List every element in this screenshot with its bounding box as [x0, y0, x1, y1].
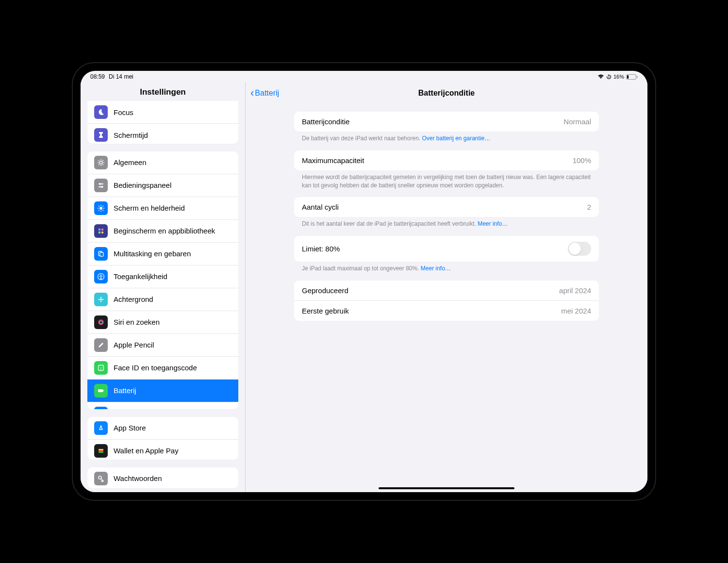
grid-icon	[94, 224, 108, 238]
sidebar-item-label: Achtergrond	[114, 295, 153, 303]
more-info-cycles-link[interactable]: Meer info…	[478, 220, 508, 227]
home-indicator[interactable]	[379, 487, 514, 489]
wifi-icon	[597, 74, 604, 79]
row-first-use: Eerste gebruik mei 2024	[294, 300, 599, 321]
sidebar-item-label: Bedieningspaneel	[114, 181, 171, 189]
svg-point-7	[99, 183, 101, 185]
sidebar-item-label: Beginscherm en appbibliotheek	[114, 227, 215, 235]
svg-point-24	[99, 321, 102, 324]
sidebar-item-label: Focus	[114, 108, 133, 116]
group-limit: Limiet: 80%	[294, 236, 599, 262]
sidebar-item-toegankelijkheid[interactable]: Toegankelijkheid	[87, 265, 238, 288]
sidebar-item-schermtijd[interactable]: Schermtijd	[87, 123, 238, 144]
status-date: Di 14 mei	[109, 73, 133, 80]
sidebar-item-multitasking[interactable]: Multitasking en gebaren	[87, 242, 238, 265]
svg-point-26	[99, 367, 100, 368]
row-value: april 2024	[559, 286, 591, 295]
wallet-icon	[94, 444, 108, 458]
svg-point-4	[99, 161, 102, 164]
sidebar-item-wachtwoorden[interactable]: Wachtwoorden	[87, 467, 238, 488]
sidebar-item-label: Schermtijd	[114, 131, 148, 139]
svg-rect-11	[101, 229, 103, 231]
sidebar-item-focus[interactable]: Focus	[87, 101, 238, 123]
svg-rect-25	[99, 365, 104, 370]
sidebar-item-label: Wallet en Apple Pay	[114, 447, 179, 455]
sidebar-item-privacy[interactable]: Privacy en beveiliging	[87, 402, 238, 409]
chevron-left-icon: ‹	[250, 87, 254, 99]
svg-rect-3	[637, 76, 638, 78]
footer-capacity: Hiermee wordt de batterijcapaciteit geme…	[302, 173, 591, 190]
hand-icon	[94, 407, 108, 409]
sidebar-item-apple-pencil[interactable]: Apple Pencil	[87, 333, 238, 356]
svg-rect-15	[100, 252, 103, 256]
back-button[interactable]: ‹ Batterij	[250, 87, 279, 99]
sidebar-item-siri[interactable]: Siri en zoeken	[87, 311, 238, 333]
svg-point-19	[100, 297, 102, 298]
sidebar-item-label: Apple Pencil	[114, 341, 154, 349]
sidebar-item-achtergrond[interactable]: Achtergrond	[87, 288, 238, 311]
group-dates: Geproduceerd april 2024 Eerste gebruik m…	[294, 281, 599, 321]
sidebar-item-wallet[interactable]: Wallet en Apple Pay	[87, 439, 238, 460]
svg-point-17	[100, 274, 102, 276]
appstore-icon	[94, 421, 108, 435]
rotation-lock-icon	[606, 74, 612, 80]
svg-point-18	[100, 298, 102, 300]
sidebar-item-label: Wachtwoorden	[114, 474, 162, 482]
group-condition: Batterijconditie Normaal	[294, 112, 599, 132]
moon-icon	[94, 105, 108, 119]
row-value: 100%	[573, 156, 591, 165]
sidebar: Instellingen Focus Schermtijd	[81, 83, 246, 492]
sidebar-item-batterij[interactable]: Batterij	[87, 379, 238, 402]
row-label: Eerste gebruik	[302, 307, 349, 315]
more-info-limit-link[interactable]: Meer info…	[421, 265, 451, 272]
sidebar-item-label: Algemeen	[114, 158, 147, 166]
row-value: Normaal	[563, 117, 591, 126]
sidebar-item-algemeen[interactable]: Algemeen	[87, 151, 238, 174]
sidebar-title: Instellingen	[81, 83, 245, 101]
main-header: ‹ Batterij Batterijconditie	[246, 83, 647, 104]
face-icon	[94, 361, 108, 375]
ipad-frame: 08:59 Di 14 mei 16% Instellingen	[73, 63, 655, 500]
row-produced: Geproduceerd april 2024	[294, 281, 599, 300]
status-time: 08:59	[90, 73, 105, 80]
gear-icon	[94, 156, 108, 169]
sidebar-group-passwords: Wachtwoorden	[87, 467, 238, 488]
svg-point-22	[102, 298, 104, 300]
group-capacity: Maximumcapaciteit 100%	[294, 150, 599, 170]
page-title: Batterijconditie	[418, 89, 475, 98]
row-cycles[interactable]: Aantal cycli 2	[294, 197, 599, 217]
sidebar-item-label: Multitasking en gebaren	[114, 249, 191, 258]
svg-rect-2	[627, 75, 629, 79]
limit-toggle[interactable]	[568, 242, 591, 256]
row-label: Maximumcapaciteit	[302, 156, 364, 165]
sidebar-item-label: Scherm en helderheid	[114, 204, 185, 212]
battery-icon	[94, 384, 108, 397]
footer-limit: Je iPad laadt maximaal op tot ongeveer 8…	[302, 265, 591, 273]
about-warranty-link[interactable]: Over batterij en garantie…	[422, 135, 490, 142]
sidebar-item-label: Siri en zoeken	[114, 318, 160, 326]
screen: 08:59 Di 14 mei 16% Instellingen	[81, 71, 647, 492]
svg-rect-0	[609, 76, 610, 78]
sliders-icon	[94, 179, 108, 192]
sidebar-item-label: Toegankelijkheid	[114, 272, 167, 281]
pencil-icon	[94, 338, 108, 352]
sun-icon	[94, 201, 108, 215]
svg-rect-31	[99, 450, 103, 452]
sidebar-item-scherm-helderheid[interactable]: Scherm en helderheid	[87, 197, 238, 219]
row-label: Batterijconditie	[302, 117, 349, 126]
svg-point-9	[99, 207, 102, 210]
row-value: 2	[587, 203, 591, 211]
sidebar-item-label: Batterij	[114, 386, 136, 395]
group-cycles: Aantal cycli 2	[294, 197, 599, 217]
sidebar-item-app-store[interactable]: App Store	[87, 417, 238, 439]
sidebar-item-bedieningspaneel[interactable]: Bedieningspaneel	[87, 174, 238, 197]
footer-condition: De batterij van deze iPad werkt naar beh…	[302, 134, 591, 143]
row-condition[interactable]: Batterijconditie Normaal	[294, 112, 599, 132]
battery-percent: 16%	[613, 74, 624, 80]
battery-icon	[626, 74, 638, 80]
row-capacity[interactable]: Maximumcapaciteit 100%	[294, 150, 599, 170]
sidebar-item-beginscherm[interactable]: Beginscherm en appbibliotheek	[87, 219, 238, 242]
hourglass-icon	[94, 128, 108, 142]
svg-rect-13	[101, 232, 103, 233]
sidebar-item-face-id[interactable]: Face ID en toegangscode	[87, 356, 238, 379]
